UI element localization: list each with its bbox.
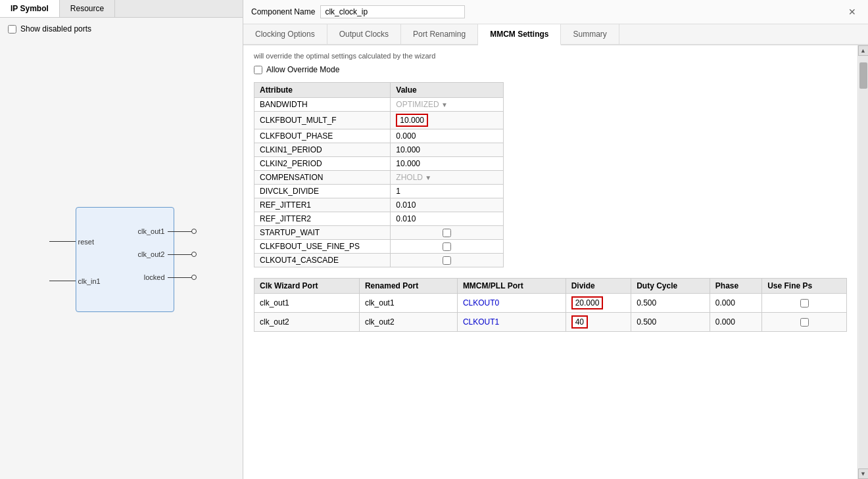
tab-port-renaming[interactable]: Port Renaming	[401, 24, 478, 44]
attr-cell: CLKIN2_PERIOD	[254, 157, 391, 171]
override-note: will override the optimal settings calcu…	[254, 52, 847, 60]
value-cell: 0.010	[391, 198, 504, 212]
ip-diagram: reset clk_in1 clk_out1 clk_out2	[0, 40, 243, 479]
clkout0-link[interactable]: CLKOUT0	[463, 298, 499, 308]
port-reset-label: reset	[78, 238, 94, 246]
port-clkout2-dot	[191, 252, 197, 257]
ip-block: reset clk_in1 clk_out1 clk_out2	[49, 207, 194, 312]
ports-clkout2-fine-ps	[762, 313, 847, 332]
clkout1-link[interactable]: CLKOUT1	[463, 317, 499, 327]
ports-clkout1-renamed: clk_out1	[359, 294, 457, 313]
close-button[interactable]: ✕	[844, 5, 860, 18]
ports-clkout1-duty: 0.500	[631, 294, 710, 313]
table-row: CLKFBOUT_MULT_F 10.000	[254, 112, 504, 129]
attr-cell: STARTUP_WAIT	[254, 226, 391, 240]
scroll-thumb[interactable]	[859, 62, 867, 89]
attr-cell: CLKFBOUT_USE_FINE_PS	[254, 240, 391, 254]
table-row: REF_JITTER2 0.010	[254, 212, 504, 226]
value-cell: 1	[391, 185, 504, 198]
attr-cell: CLKOUT4_CASCADE	[254, 254, 391, 267]
ports-col-duty-cycle: Duty Cycle	[631, 279, 710, 294]
ports-col-renamed: Renamed Port	[359, 279, 457, 294]
tab-resource[interactable]: Resource	[60, 0, 115, 17]
table-row: CLKOUT4_CASCADE	[254, 254, 504, 267]
component-name-label: Component Name	[251, 7, 315, 16]
table-row: CLKIN2_PERIOD 10.000	[254, 157, 504, 171]
value-cell	[391, 226, 504, 240]
table-row: clk_out2 clk_out2 CLKOUT1 40 0.500 0.000	[254, 313, 847, 332]
ip-box	[76, 207, 174, 312]
value-cell: 10.000	[391, 143, 504, 157]
attr-cell: CLKFBOUT_PHASE	[254, 129, 391, 143]
ports-col-use-fine-ps: Use Fine Ps	[762, 279, 847, 294]
show-disabled-ports-row: Show disabled ports	[0, 18, 243, 40]
clkin2-period-value: 10.000	[396, 159, 420, 168]
port-reset: reset	[49, 241, 76, 242]
port-locked-line	[168, 277, 194, 278]
bandwidth-arrow: ▼	[441, 101, 448, 108]
divclk-divide-value: 1	[396, 187, 400, 196]
value-cell: 0.010	[391, 212, 504, 226]
ports-table: Clk Wizard Port Renamed Port MMCM/PLL Po…	[254, 278, 847, 332]
scroll-down-button[interactable]: ▼	[858, 468, 869, 479]
table-row: CLKFBOUT_USE_FINE_PS	[254, 240, 504, 254]
tab-clocking-options[interactable]: Clocking Options	[243, 24, 327, 44]
attr-cell: REF_JITTER1	[254, 198, 391, 212]
port-locked-dot	[191, 275, 197, 280]
clkout4-cascade-checkbox[interactable]	[443, 256, 451, 265]
value-cell	[391, 254, 504, 267]
port-reset-line	[49, 241, 76, 242]
attr-col-header: Attribute	[254, 83, 391, 98]
content-area: will override the optimal settings calcu…	[243, 45, 857, 479]
ports-clkout2-duty: 0.500	[631, 313, 710, 332]
ports-col-phase: Phase	[710, 279, 761, 294]
port-clkout2-label: clk_out2	[138, 250, 165, 258]
clkout2-divide-value[interactable]: 40	[571, 315, 588, 329]
tab-ip-symbol[interactable]: IP Symbol	[0, 0, 60, 17]
attr-cell: CLKFBOUT_MULT_F	[254, 112, 391, 129]
port-clkout1-dot	[191, 229, 197, 234]
clkfbout-use-fine-ps-checkbox[interactable]	[443, 242, 451, 251]
right-panel: Component Name ✕ Clocking Options Output…	[243, 0, 868, 479]
value-cell: 10.000	[391, 157, 504, 171]
component-name-input[interactable]	[320, 5, 465, 18]
show-disabled-ports-checkbox[interactable]	[8, 25, 16, 34]
port-clkin1: clk_in1	[49, 281, 76, 281]
attribute-table: Attribute Value BANDWIDTH OPTIMIZED ▼	[254, 82, 504, 267]
clkout1-divide-value[interactable]: 20.000	[571, 296, 604, 309]
show-disabled-ports-label: Show disabled ports	[20, 24, 91, 34]
table-row: REF_JITTER1 0.010	[254, 198, 504, 212]
ports-clkout2-wizard: clk_out2	[254, 313, 360, 332]
attr-cell: DIVCLK_DIVIDE	[254, 185, 391, 198]
left-panel: IP Symbol Resource Show disabled ports r…	[0, 0, 243, 479]
compensation-value: ZHOLD	[396, 173, 423, 182]
startup-wait-checkbox[interactable]	[443, 229, 451, 237]
clkout2-fine-ps-checkbox[interactable]	[800, 318, 809, 327]
ports-col-divide: Divide	[566, 279, 631, 294]
ref-jitter2-value: 0.010	[396, 214, 416, 223]
ports-clkout2-divide: 40	[566, 313, 631, 332]
scrollbar: ▲ ▼	[857, 45, 868, 479]
tab-mmcm-settings[interactable]: MMCM Settings	[478, 24, 561, 45]
allow-override-row: Allow Override Mode	[254, 65, 847, 74]
table-row: CLKFBOUT_PHASE 0.000	[254, 129, 504, 143]
clkout1-fine-ps-checkbox[interactable]	[800, 299, 809, 308]
table-row: CLKIN1_PERIOD 10.000	[254, 143, 504, 157]
attr-cell: CLKIN1_PERIOD	[254, 143, 391, 157]
tab-summary[interactable]: Summary	[561, 24, 619, 44]
ports-clkout1-fine-ps	[762, 294, 847, 313]
table-row: STARTUP_WAIT	[254, 226, 504, 240]
clkfbout-mult-f-value[interactable]: 10.000	[396, 114, 428, 127]
tab-output-clocks[interactable]: Output Clocks	[327, 24, 401, 44]
value-cell: ZHOLD ▼	[391, 171, 504, 185]
attr-cell: BANDWIDTH	[254, 98, 391, 112]
ports-col-mmcm: MMCM/PLL Port	[457, 279, 566, 294]
ports-col-clk-wizard: Clk Wizard Port	[254, 279, 360, 294]
scroll-up-button[interactable]: ▲	[858, 45, 869, 56]
allow-override-checkbox[interactable]	[254, 66, 262, 74]
port-clkout1-label: clk_out1	[138, 227, 165, 235]
table-row: clk_out1 clk_out1 CLKOUT0 20.000 0.500 0…	[254, 294, 847, 313]
attr-cell: COMPENSATION	[254, 171, 391, 185]
port-clkout1-line	[168, 231, 194, 232]
ports-clkout1-phase: 0.000	[710, 294, 761, 313]
